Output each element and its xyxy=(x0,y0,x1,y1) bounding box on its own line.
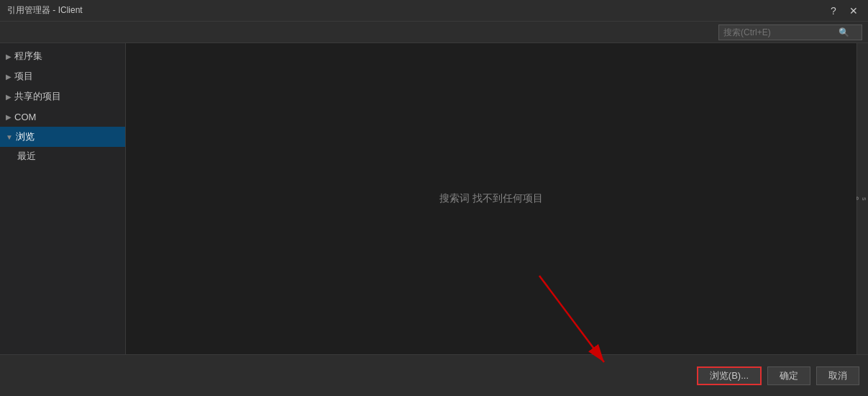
sidebar-item-shared-label: 共享的项目 xyxy=(14,90,61,103)
arrow-icon: ▶ xyxy=(6,93,12,101)
help-button[interactable]: ? xyxy=(826,4,841,18)
content-area: 搜索词 找不到任何项目 xyxy=(126,43,856,354)
window-controls: ? ✕ xyxy=(826,4,861,18)
sidebar-item-browse[interactable]: ▼ 浏览 xyxy=(0,127,125,147)
arrow-icon: ▶ xyxy=(6,113,12,121)
sidebar-item-projects[interactable]: ▶ 项目 xyxy=(0,66,125,86)
right-panel: s e xyxy=(856,43,868,354)
search-icon-button[interactable]: 🔍 xyxy=(839,27,849,37)
right-panel-label-s: s xyxy=(861,197,868,201)
sidebar-item-assemblies[interactable]: ▶ 程序集 xyxy=(0,46,125,66)
arrow-icon: ▶ xyxy=(6,53,12,60)
bottom-bar: 浏览(B)... 确定 取消 xyxy=(0,354,868,396)
ok-button[interactable]: 确定 xyxy=(767,366,810,385)
sidebar-item-projects-label: 项目 xyxy=(14,70,33,83)
search-box: 🔍 xyxy=(718,24,862,40)
arrow-down-icon: ▼ xyxy=(6,133,13,141)
main-layout: ▶ 程序集 ▶ 项目 ▶ 共享的项目 ▶ COM ▼ 浏览 最近 搜索词 找不到… xyxy=(0,43,868,354)
no-results-message: 搜索词 找不到任何项目 xyxy=(439,192,543,205)
window-title: 引用管理器 - IClient xyxy=(7,4,826,17)
browse-button[interactable]: 浏览(B)... xyxy=(697,366,762,385)
sidebar: ▶ 程序集 ▶ 项目 ▶ 共享的项目 ▶ COM ▼ 浏览 最近 xyxy=(0,43,126,354)
sidebar-item-shared-projects[interactable]: ▶ 共享的项目 xyxy=(0,86,125,107)
sidebar-item-assemblies-label: 程序集 xyxy=(14,50,42,63)
close-button[interactable]: ✕ xyxy=(846,4,861,18)
sidebar-item-browse-label: 浏览 xyxy=(16,130,35,143)
cancel-button[interactable]: 取消 xyxy=(816,366,859,385)
search-input[interactable] xyxy=(723,27,839,37)
sidebar-subitem-recent-label: 最近 xyxy=(17,150,36,163)
toolbar: 🔍 xyxy=(0,22,868,43)
sidebar-item-com-label: COM xyxy=(14,112,36,122)
title-bar: 引用管理器 - IClient ? ✕ xyxy=(0,0,868,22)
arrow-icon: ▶ xyxy=(6,73,12,81)
sidebar-subitem-recent[interactable]: 最近 xyxy=(0,147,125,166)
sidebar-item-com[interactable]: ▶ COM xyxy=(0,107,125,127)
